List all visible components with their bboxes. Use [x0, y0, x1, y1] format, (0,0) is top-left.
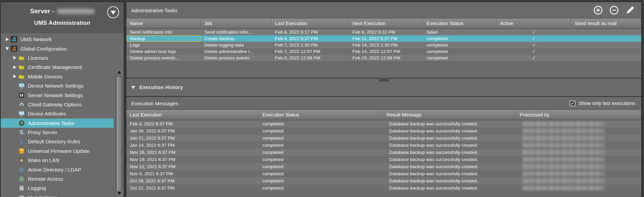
- splitter-grip[interactable]: [379, 79, 389, 82]
- scrollbar-up-button[interactable]: [116, 69, 123, 75]
- cell-send-result-as-mail: [571, 42, 641, 48]
- cell-last-execution: Nov 5, 2021 6:37 PM: [126, 170, 259, 177]
- execution-history-bar[interactable]: Execution History: [126, 78, 641, 96]
- sidebar-item-universal-firmware-update[interactable]: Universal Firmware Update: [1, 146, 114, 156]
- sidebar-item-remote-access[interactable]: Remote Access: [1, 174, 114, 183]
- sidebar-item-device-network-settings[interactable]: Device Network Settings: [1, 81, 114, 90]
- column-header-execution-status[interactable]: Execution Status: [259, 110, 383, 120]
- server-dropdown-button[interactable]: [107, 6, 120, 19]
- sidebar-item-server-network-settings[interactable]: Server Network Settings: [1, 90, 114, 100]
- message-row-8[interactable]: Nov 5, 2021 6:37 PMcompletedDatabase bac…: [126, 170, 641, 177]
- scrollbar-thumb[interactable]: [116, 76, 122, 196]
- task-row-5[interactable]: Delete process events...Delete process e…: [126, 55, 641, 61]
- sidebar-item-ums-network[interactable]: UMS Network: [1, 35, 114, 44]
- column-header-send-result-as-mail[interactable]: Send result as mail: [571, 19, 641, 29]
- sidebar-item-default-directory-rules[interactable]: §Default Directory Rules: [1, 137, 114, 146]
- ums-administration-window: Server - UMS Administration UMS NetworkG…: [0, 0, 644, 197]
- sidebar-item-label: Mail Settings: [28, 195, 57, 197]
- cell-execution-status: completed: [259, 163, 383, 170]
- column-header-next-execution[interactable]: Next Execution: [349, 19, 423, 29]
- sidebar-item-mail-settings[interactable]: Mail Settings: [1, 193, 114, 197]
- proxy-icon: [18, 129, 25, 136]
- tasks-panel-title: Administrative Tasks: [131, 7, 177, 13]
- message-row-2[interactable]: Jan 28, 2022 6:37 PMcompletedDatabase ba…: [126, 127, 641, 135]
- column-header-processed-by[interactable]: Processed by: [516, 110, 641, 120]
- task-row-4[interactable]: Delete admin task logsDelete administrat…: [126, 48, 641, 55]
- cell-execution-status: completed: [259, 177, 383, 184]
- message-row-9[interactable]: Oct 29, 2021 6:37 PMcompletedDatabase ba…: [126, 177, 641, 184]
- task-row-2[interactable]: BackupCreate backupFeb 4, 2022 6:37 PMFe…: [126, 35, 641, 42]
- expander-icon[interactable]: [11, 75, 18, 78]
- navigation-tree: UMS NetworkGlobal ConfigurationLicensesC…: [1, 35, 124, 197]
- column-header-last-execution[interactable]: Last Execution: [272, 19, 349, 29]
- cell-execution-status: completed: [259, 184, 383, 192]
- add-task-button[interactable]: [593, 5, 603, 15]
- cell-result-message: Database backup was successfully created…: [383, 163, 516, 170]
- column-header-active[interactable]: Active: [497, 19, 571, 29]
- message-row-4[interactable]: Jan 14, 2022 6:37 PMcompletedDatabase ba…: [126, 142, 641, 149]
- cell-name: Backup: [126, 35, 201, 42]
- message-row-1[interactable]: Feb 4, 2022 6:37 PMcompletedDatabase bac…: [126, 120, 641, 127]
- column-header-job[interactable]: Job: [201, 19, 272, 29]
- sidebar-item-label: Default Directory Rules: [28, 139, 80, 144]
- column-header-last-execution[interactable]: Last Execution: [126, 110, 259, 120]
- expander-icon[interactable]: [11, 56, 18, 59]
- sidebar-item-cloud-gateway-options[interactable]: ICGCloud Gateway Options: [1, 100, 114, 109]
- tasks-panel-titlebar: Administrative Tasks: [126, 2, 641, 18]
- sidebar: Server - UMS Administration UMS NetworkG…: [0, 1, 124, 197]
- cell-processed-by: [516, 120, 641, 127]
- message-row-7[interactable]: Nov 12, 2021 6:37 PMcompletedDatabase ba…: [126, 163, 641, 170]
- cell-execution-status: completed: [423, 35, 497, 42]
- sidebar-item-proxy-server[interactable]: Proxy Server: [1, 128, 114, 137]
- expander-icon[interactable]: [3, 47, 11, 50]
- folder-icon: [18, 73, 25, 80]
- task-row-1[interactable]: Send notification infoSend notification …: [126, 29, 641, 35]
- tasks-toolbar: [593, 5, 635, 15]
- cell-result-message: Database backup was successfully created…: [383, 149, 516, 156]
- sidebar-item-wake-on-lan[interactable]: Wake on LAN: [1, 156, 114, 165]
- sidebar-item-global-configuration[interactable]: Global Configuration: [1, 44, 114, 53]
- sidebar-item-administrative-tasks[interactable]: Administrative Tasks: [1, 119, 114, 128]
- cell-result-message: Database backup was successfully created…: [383, 127, 516, 135]
- sidebar-item-mobile-devices[interactable]: Mobile Devices: [1, 72, 114, 81]
- column-header-name[interactable]: Name: [126, 19, 201, 29]
- cell-last-execution: Oct 22, 2021 6:37 PM: [126, 184, 259, 192]
- sidebar-item-logging[interactable]: Logging: [1, 183, 114, 193]
- task-row-3[interactable]: LogsDelete logging dataFeb 7, 2022 1:30 …: [126, 42, 641, 48]
- cell-execution-status: failed: [423, 29, 497, 35]
- administrative-tasks-panel: Administrative Tasks NameJobLast Executi…: [126, 2, 641, 78]
- message-row-3[interactable]: Jan 21, 2022 6:37 PMcompletedDatabase ba…: [126, 135, 641, 142]
- sidebar-item-certificate-management[interactable]: Certificate Management: [1, 62, 114, 72]
- edit-task-button[interactable]: [625, 5, 635, 15]
- cell-name: Logs: [126, 42, 201, 48]
- folder-icon: [18, 64, 25, 70]
- show-only-checkbox[interactable]: ✓: [570, 101, 575, 106]
- expander-icon[interactable]: [11, 66, 18, 69]
- message-row-10[interactable]: Oct 22, 2021 6:37 PMcompletedDatabase ba…: [126, 184, 641, 192]
- processed-by-blurred: [523, 164, 604, 169]
- sidebar-item-label: Licenses: [28, 55, 48, 61]
- column-header-execution-status[interactable]: Execution Status: [423, 19, 497, 29]
- expander-icon[interactable]: [3, 38, 11, 41]
- column-header-result-message[interactable]: Result Message: [383, 110, 516, 120]
- sidebar-scrollbar[interactable]: [116, 69, 123, 197]
- message-row-6[interactable]: Nov 19, 2021 6:37 PMcompletedDatabase ba…: [126, 156, 641, 163]
- checkmark-icon: ✓: [532, 55, 536, 60]
- collapse-triangle-icon[interactable]: [131, 86, 135, 89]
- sidebar-item-label: Universal Firmware Update: [28, 148, 90, 154]
- svg-text:ICG: ICG: [20, 104, 22, 105]
- sidebar-item-label: Certificate Management: [28, 64, 82, 70]
- show-only-last-executions-control[interactable]: ✓ Show only last executions: [570, 101, 635, 106]
- cell-job: Delete administrative t...: [201, 48, 272, 55]
- execution-history-label: Execution History: [139, 85, 183, 90]
- sidebar-item-device-attributes[interactable]: Device Attributes: [1, 109, 114, 118]
- cell-name: Send notification info: [126, 29, 201, 35]
- scrollbar-down-button[interactable]: [116, 191, 123, 196]
- message-row-5[interactable]: Nov 26, 2021 6:37 PMcompletedDatabase ba…: [126, 149, 641, 156]
- sidebar-item-active-directory-ldap[interactable]: @Active Directory / LDAP: [1, 165, 114, 174]
- remove-task-button[interactable]: [609, 5, 619, 15]
- cell-next-execution: Feb 11, 2022 6:37 PM: [349, 35, 423, 42]
- messages-panel-titlebar: Execution Messages ✓ Show only last exec…: [126, 97, 641, 110]
- sidebar-item-licenses[interactable]: Licenses: [1, 53, 114, 62]
- arrow-up-icon: [117, 71, 121, 74]
